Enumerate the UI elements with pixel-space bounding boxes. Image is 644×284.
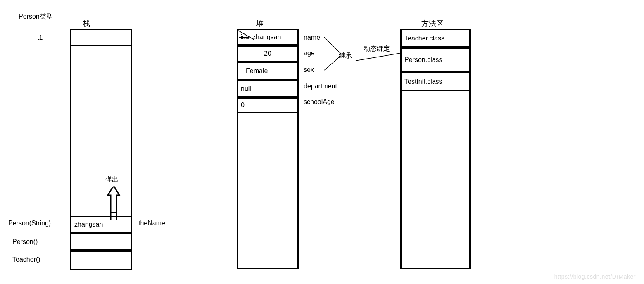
heap-sex-value: Female [246, 67, 268, 75]
field-name-label: name [304, 34, 320, 41]
field-schoolage-label: schoolAge [304, 98, 335, 106]
method-area-title: 方法区 [421, 19, 444, 28]
heap-row-department: null [237, 80, 299, 97]
method-row-person: Person.class [400, 47, 471, 72]
svg-line-4 [324, 56, 341, 70]
the-name-label: theName [138, 220, 165, 227]
field-department-label: department [304, 83, 337, 90]
heap-row-sex: Female [237, 62, 299, 80]
person-string-label: Person(String) [8, 220, 51, 227]
svg-line-5 [356, 53, 400, 61]
dynamic-binding-line-icon [354, 52, 402, 64]
heap-title: 堆 [256, 19, 264, 28]
method-row-teacher: Teacher.class [400, 29, 471, 47]
teacher-ctor-label: Teacher() [12, 256, 40, 263]
heap-schoolage-value: 0 [241, 102, 245, 109]
heap-row-age: 20 [237, 45, 299, 62]
method-class-teacher: Teacher.class [404, 35, 444, 42]
method-class-person: Person.class [404, 56, 442, 64]
field-sex-label: sex [304, 66, 314, 73]
svg-line-3 [324, 37, 341, 54]
diagram-canvas: 栈 堆 方法区 Person类型 t1 zhangsan Person(Stri… [0, 0, 644, 284]
svg-line-2 [238, 31, 254, 40]
strike-icon [238, 30, 258, 42]
stack-slot-person-string: zhangsan [70, 216, 132, 233]
person-ctor-label: Person() [12, 238, 38, 246]
pop-arrow-icon [105, 184, 122, 222]
field-age-label: age [304, 50, 315, 57]
stack-title: 栈 [83, 19, 90, 28]
heap-age-value: 20 [264, 50, 271, 57]
heap-row-schoolage: 0 [237, 97, 299, 113]
t1-label: t1 [37, 34, 43, 41]
stack-slot-person [70, 233, 132, 251]
heap-department-value: null [241, 85, 251, 92]
stack-slot-t1 [70, 29, 132, 46]
method-class-testinit: TestInit.class [404, 78, 442, 85]
pop-out-label: 弹出 [105, 175, 119, 184]
stack-value-zhangsan: zhangsan [74, 221, 103, 228]
method-row-testinit: TestInit.class [400, 72, 471, 91]
watermark: https://blog.csdn.net/DrMaker [554, 273, 636, 280]
stack-slot-teacher [70, 251, 132, 270]
person-type-label: Person类型 [19, 12, 53, 21]
inherit-label: 继承 [339, 52, 352, 60]
